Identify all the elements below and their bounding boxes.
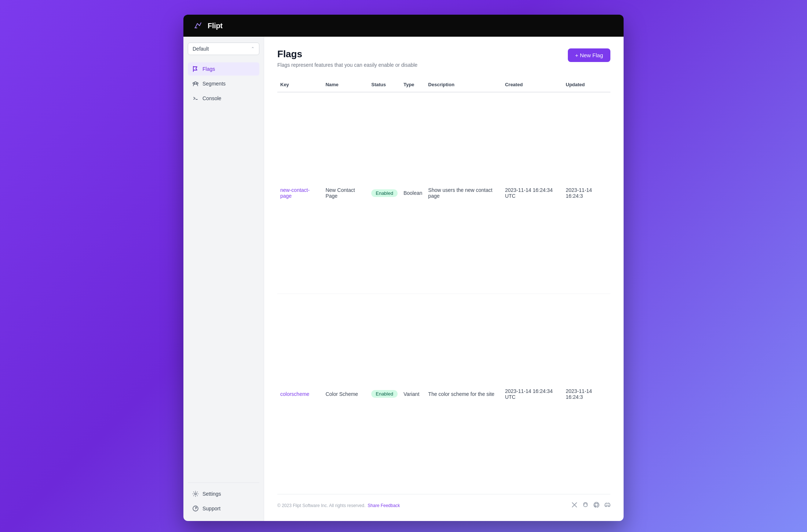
col-status: Status — [368, 78, 401, 92]
flag-icon — [192, 66, 199, 72]
col-type: Type — [401, 78, 425, 92]
row-description: Show users the new contact page — [425, 92, 502, 294]
table-header: Key Name Status Type Description Created… — [277, 78, 610, 92]
segments-icon — [192, 80, 199, 87]
logo-area: Flipt — [194, 21, 223, 31]
row-key: new-contact-page — [277, 92, 322, 294]
footer-right — [572, 502, 610, 509]
row-name: New Contact Page — [322, 92, 368, 294]
new-flag-button[interactable]: + New Flag — [568, 48, 610, 62]
footer-left: © 2023 Flipt Software Inc. All rights re… — [277, 503, 400, 508]
row-key: colorscheme — [277, 294, 322, 494]
console-icon — [192, 95, 199, 102]
sidebar-item-support-label: Support — [202, 506, 220, 511]
footer: © 2023 Flipt Software Inc. All rights re… — [277, 494, 610, 509]
status-badge: Enabled — [371, 189, 398, 197]
mastodon-icon[interactable] — [583, 502, 588, 509]
settings-icon — [192, 491, 199, 497]
col-created: Created — [502, 78, 563, 92]
logo-text: Flipt — [208, 22, 223, 30]
svg-point-1 — [193, 83, 194, 84]
svg-point-8 — [608, 504, 609, 505]
table-row: new-contact-page New Contact Page Enable… — [277, 92, 610, 294]
content-header: Flags Flags represent features that you … — [277, 48, 610, 68]
main-layout: Default ⌃ Flags — [183, 37, 624, 521]
svg-point-7 — [606, 504, 607, 505]
row-status: Enabled — [368, 294, 401, 494]
footer-feedback-link[interactable]: Share Feedback — [368, 503, 400, 508]
flags-table: Key Name Status Type Description Created… — [277, 78, 610, 494]
flag-key-link[interactable]: new-contact-page — [280, 187, 310, 199]
namespace-label: Default — [193, 46, 209, 52]
header-text: Flags Flags represent features that you … — [277, 48, 417, 68]
row-description: The color scheme for the site — [425, 294, 502, 494]
sidebar-item-segments[interactable]: Segments — [188, 77, 259, 90]
sidebar: Default ⌃ Flags — [183, 37, 264, 521]
table-body: new-contact-page New Contact Page Enable… — [277, 92, 610, 494]
github-icon[interactable] — [594, 502, 599, 509]
col-description: Description — [425, 78, 502, 92]
sidebar-item-support[interactable]: Support — [188, 502, 259, 515]
col-key: Key — [277, 78, 322, 92]
row-updated: 2023-11-14 16:24:3 — [563, 92, 610, 294]
row-created: 2023-11-14 16:24:34 UTC — [502, 294, 563, 494]
row-created: 2023-11-14 16:24:34 UTC — [502, 92, 563, 294]
namespace-selector[interactable]: Default ⌃ — [188, 43, 259, 55]
row-updated: 2023-11-14 16:24:3 — [563, 294, 610, 494]
twitter-x-icon[interactable] — [572, 502, 577, 509]
col-name: Name — [322, 78, 368, 92]
flipt-logo-icon — [194, 21, 204, 31]
nav-items: Flags Segments Conso — [188, 62, 259, 482]
col-updated: Updated — [563, 78, 610, 92]
svg-point-4 — [195, 493, 197, 495]
content-area: Flags Flags represent features that you … — [264, 37, 624, 521]
sidebar-bottom: Settings Support — [188, 482, 259, 515]
page-title: Flags — [277, 48, 417, 60]
status-badge: Enabled — [371, 390, 398, 398]
row-name: Color Scheme — [322, 294, 368, 494]
row-type: Boolean — [401, 92, 425, 294]
sidebar-item-segments-label: Segments — [202, 81, 226, 87]
footer-copyright: © 2023 Flipt Software Inc. All rights re… — [277, 503, 365, 508]
sidebar-item-flags[interactable]: Flags — [188, 62, 259, 76]
app-container: Flipt Default ⌃ Flags — [183, 15, 624, 521]
svg-point-6 — [195, 509, 196, 510]
row-status: Enabled — [368, 92, 401, 294]
flag-key-link[interactable]: colorscheme — [280, 391, 309, 397]
sidebar-item-console[interactable]: Console — [188, 92, 259, 105]
sidebar-item-settings-label: Settings — [202, 491, 221, 497]
row-type: Variant — [401, 294, 425, 494]
svg-point-2 — [197, 83, 198, 84]
table-header-row: Key Name Status Type Description Created… — [277, 78, 610, 92]
sidebar-item-settings[interactable]: Settings — [188, 487, 259, 500]
discord-icon[interactable] — [605, 502, 610, 509]
support-icon — [192, 505, 199, 512]
sidebar-item-console-label: Console — [202, 95, 221, 101]
sidebar-item-flags-label: Flags — [202, 66, 215, 72]
top-nav: Flipt — [183, 15, 624, 37]
chevron-down-icon: ⌃ — [251, 46, 255, 51]
page-subtitle: Flags represent features that you can ea… — [277, 62, 417, 68]
table-row: colorscheme Color Scheme Enabled Variant… — [277, 294, 610, 494]
